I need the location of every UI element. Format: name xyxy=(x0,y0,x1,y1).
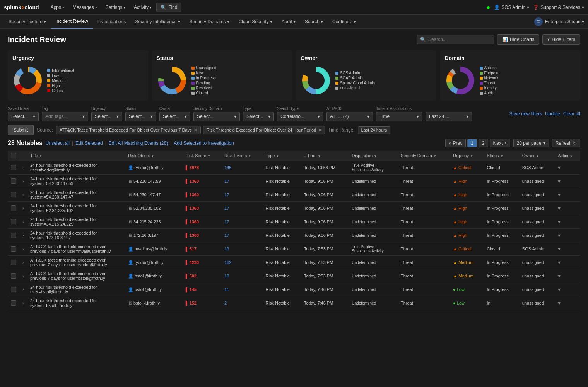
row-actions-button[interactable]: ▾ xyxy=(558,246,561,252)
per-page-select[interactable]: 20 per page ▾ xyxy=(513,139,549,147)
row-actions[interactable]: ▾ xyxy=(555,229,580,242)
row-checkbox[interactable] xyxy=(11,205,16,211)
search-box[interactable]: 🔍 xyxy=(417,35,494,44)
time-column-header[interactable]: ↓ Time ▾ xyxy=(301,151,349,161)
saved-filters-select[interactable]: Select... ▾ xyxy=(8,112,39,121)
row-checkbox[interactable] xyxy=(11,300,16,306)
row-actions[interactable]: ▾ xyxy=(555,242,580,256)
row-expand-button[interactable]: › xyxy=(22,193,24,197)
nav-messages[interactable]: Messages ▾ xyxy=(69,2,101,12)
row-expand-button[interactable]: › xyxy=(22,301,24,305)
nav-search[interactable]: Search ▾ xyxy=(300,15,328,29)
row-checkbox[interactable] xyxy=(11,246,16,252)
type-column-header[interactable]: Type ▾ xyxy=(263,151,301,161)
update-filters-button[interactable]: Update xyxy=(545,111,560,116)
status-filter-select[interactable]: Select... ▾ xyxy=(125,112,156,121)
row-actions-button[interactable]: ▾ xyxy=(558,178,561,184)
row-actions[interactable]: ▾ xyxy=(555,175,580,188)
hide-charts-button[interactable]: 📊 Hide Charts xyxy=(497,34,539,45)
next-page-button[interactable]: Next > xyxy=(490,139,510,147)
row-actions[interactable]: ▾ xyxy=(555,215,580,229)
row-expand-button[interactable]: › xyxy=(22,179,24,183)
disposition-column-header[interactable]: Disposition ▾ xyxy=(349,151,398,161)
select-all-header[interactable] xyxy=(8,151,19,161)
refresh-button[interactable]: Refresh ↻ xyxy=(552,139,580,147)
remove-tag-2-button[interactable]: × xyxy=(318,127,321,133)
type-filter-select[interactable]: Select... ▾ xyxy=(243,112,274,121)
row-actions[interactable]: ▾ xyxy=(555,269,580,283)
security-domain-filter-select[interactable]: Select... ▾ xyxy=(193,112,240,121)
nav-activity[interactable]: Activity ▾ xyxy=(130,2,156,12)
urgency-filter-select[interactable]: Select... ▾ xyxy=(91,112,122,121)
row-actions-button[interactable]: ▾ xyxy=(558,286,561,293)
row-actions-button[interactable]: ▾ xyxy=(558,232,561,238)
row-expand-button[interactable]: › xyxy=(22,247,24,251)
row-actions[interactable]: ▾ xyxy=(555,296,580,310)
row-risk-events[interactable]: 19 xyxy=(221,242,262,256)
row-actions[interactable]: ▾ xyxy=(555,283,580,296)
add-to-investigation-button[interactable]: Add Selected to Investigation xyxy=(174,140,234,146)
clear-filters-button[interactable]: Clear all xyxy=(563,111,580,116)
row-expand-button[interactable]: › xyxy=(22,233,24,238)
row-expand-button[interactable]: › xyxy=(22,260,24,265)
row-actions-button[interactable]: ▾ xyxy=(558,300,561,306)
row-risk-events[interactable]: 17 xyxy=(221,229,262,242)
row-risk-events[interactable]: 11 xyxy=(221,283,262,296)
time-range-filter-select[interactable]: Last 24 ... ▾ xyxy=(426,112,472,121)
title-column-header[interactable]: Title ▾ xyxy=(27,151,125,161)
row-actions[interactable]: ▾ xyxy=(555,188,580,202)
select-all-checkbox[interactable] xyxy=(11,153,16,158)
search-type-filter-select[interactable]: Correlatio... ▾ xyxy=(277,112,323,121)
remove-tag-1-button[interactable]: × xyxy=(194,127,197,133)
row-expand-button[interactable]: › xyxy=(22,206,24,211)
row-expand-button[interactable]: › xyxy=(22,274,24,278)
row-risk-events[interactable]: 17 xyxy=(221,188,262,202)
row-checkbox[interactable] xyxy=(11,219,16,224)
row-risk-events[interactable]: 145 xyxy=(221,161,262,175)
nav-cloud-security[interactable]: Cloud Security ▾ xyxy=(234,15,277,29)
nav-configure[interactable]: Configure ▾ xyxy=(328,15,361,29)
row-risk-events[interactable]: 17 xyxy=(221,215,262,229)
app-logo[interactable]: splunk>cloud xyxy=(4,4,39,10)
page-2-button[interactable]: 2 xyxy=(479,139,488,147)
row-checkbox[interactable] xyxy=(11,260,16,265)
unselect-all-button[interactable]: Unselect all xyxy=(46,140,70,146)
submit-button[interactable]: Submit xyxy=(8,125,34,135)
row-expand-button[interactable]: › xyxy=(22,166,24,170)
urgency-column-header[interactable]: Urgency ▾ xyxy=(450,151,484,161)
row-actions-button[interactable]: ▾ xyxy=(558,192,561,198)
row-risk-events[interactable]: 162 xyxy=(221,256,262,269)
row-actions[interactable]: ▾ xyxy=(555,161,580,175)
row-expand-button[interactable]: › xyxy=(22,288,24,292)
row-checkbox[interactable] xyxy=(11,178,16,184)
search-input[interactable] xyxy=(428,37,491,42)
nav-incident-review[interactable]: Incident Review xyxy=(51,15,93,29)
owner-column-header[interactable]: Owner ▾ xyxy=(519,151,555,161)
status-column-header[interactable]: Status ▾ xyxy=(484,151,519,161)
time-assoc-filter-select[interactable]: Time ▾ xyxy=(376,112,422,121)
row-actions[interactable]: ▾ xyxy=(555,202,580,215)
edit-all-matching-button[interactable]: Edit All Matching Events (28) xyxy=(109,140,168,146)
row-actions-button[interactable]: ▾ xyxy=(558,205,561,211)
row-checkbox[interactable] xyxy=(11,287,16,292)
edit-selected-button[interactable]: Edit Selected xyxy=(75,140,103,146)
nav-investigations[interactable]: Investigations xyxy=(93,15,130,29)
risk-score-column-header[interactable]: Risk Score ▾ xyxy=(183,151,221,161)
row-actions-button[interactable]: ▾ xyxy=(558,259,561,265)
nav-security-domains[interactable]: Security Domains ▾ xyxy=(185,15,234,29)
row-actions[interactable]: ▾ xyxy=(555,256,580,269)
row-checkbox[interactable] xyxy=(11,192,16,197)
attck-filter-select[interactable]: ATT... (2) ▾ xyxy=(326,112,373,121)
save-filters-button[interactable]: Save new filters xyxy=(509,111,542,116)
row-risk-events[interactable]: 18 xyxy=(221,269,262,283)
owner-filter-select[interactable]: Select... ▾ xyxy=(159,112,190,121)
find-button[interactable]: 🔍 Find xyxy=(156,3,181,12)
page-1-button[interactable]: 1 xyxy=(467,139,477,147)
admin-button[interactable]: 👤 SOS Admin ▾ xyxy=(494,5,529,10)
row-expand-button[interactable]: › xyxy=(22,220,24,224)
row-checkbox[interactable] xyxy=(11,273,16,279)
hide-filters-button[interactable]: ▾ Hide Filters xyxy=(542,34,580,45)
nav-security-posture[interactable]: Security Posture ▾ xyxy=(4,15,51,29)
row-checkbox[interactable] xyxy=(11,233,16,238)
row-risk-events[interactable]: 17 xyxy=(221,175,262,188)
